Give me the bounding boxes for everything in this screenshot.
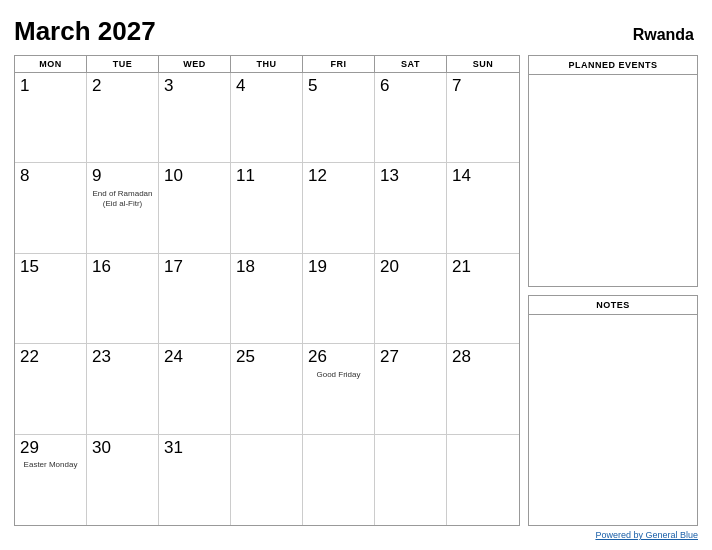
day-header-thu: THU (231, 56, 303, 72)
sidebar: PLANNED EVENTS NOTES (528, 55, 698, 526)
calendar-cell (375, 435, 447, 525)
calendar-cell: 6 (375, 73, 447, 163)
planned-events-content (529, 75, 697, 286)
calendar-cell: 16 (87, 254, 159, 344)
day-header-wed: WED (159, 56, 231, 72)
calendar-cell: 19 (303, 254, 375, 344)
calendar-cell: 29Easter Monday (15, 435, 87, 525)
calendar-cell: 24 (159, 344, 231, 434)
calendar-cell: 21 (447, 254, 519, 344)
cell-day-number: 12 (308, 166, 369, 186)
cell-day-number: 25 (236, 347, 297, 367)
cell-day-number: 16 (92, 257, 153, 277)
day-headers: MONTUEWEDTHUFRISATSUN (15, 56, 519, 73)
cell-day-number: 17 (164, 257, 225, 277)
calendar-cell: 4 (231, 73, 303, 163)
cell-day-number: 15 (20, 257, 81, 277)
calendar-cell: 26Good Friday (303, 344, 375, 434)
cell-day-number: 9 (92, 166, 153, 186)
cell-event: Good Friday (308, 370, 369, 380)
cell-day-number: 4 (236, 76, 297, 96)
header: March 2027 Rwanda (14, 16, 698, 47)
calendar-cell: 14 (447, 163, 519, 253)
cell-day-number: 13 (380, 166, 441, 186)
calendar-cell: 12 (303, 163, 375, 253)
page: March 2027 Rwanda MONTUEWEDTHUFRISATSUN … (0, 0, 712, 550)
cell-day-number: 8 (20, 166, 81, 186)
cell-day-number: 30 (92, 438, 153, 458)
month-title: March 2027 (14, 16, 156, 47)
calendar-cell: 11 (231, 163, 303, 253)
calendar-grid: 123456789End of Ramadan (Eid al-Fitr)101… (15, 73, 519, 525)
cell-day-number: 21 (452, 257, 514, 277)
calendar-cell: 27 (375, 344, 447, 434)
cell-day-number: 28 (452, 347, 514, 367)
cell-day-number: 20 (380, 257, 441, 277)
calendar-cell (231, 435, 303, 525)
day-header-fri: FRI (303, 56, 375, 72)
notes-content (529, 315, 697, 526)
calendar-cell: 2 (87, 73, 159, 163)
cell-day-number: 18 (236, 257, 297, 277)
calendar-cell: 13 (375, 163, 447, 253)
calendar-cell: 28 (447, 344, 519, 434)
calendar-cell: 22 (15, 344, 87, 434)
cell-day-number: 23 (92, 347, 153, 367)
calendar-cell: 31 (159, 435, 231, 525)
calendar: MONTUEWEDTHUFRISATSUN 123456789End of Ra… (14, 55, 520, 526)
cell-day-number: 14 (452, 166, 514, 186)
calendar-cell: 30 (87, 435, 159, 525)
day-header-tue: TUE (87, 56, 159, 72)
calendar-cell: 15 (15, 254, 87, 344)
calendar-cell: 23 (87, 344, 159, 434)
cell-day-number: 29 (20, 438, 81, 458)
cell-day-number: 2 (92, 76, 153, 96)
calendar-cell: 5 (303, 73, 375, 163)
cell-day-number: 1 (20, 76, 81, 96)
cell-day-number: 31 (164, 438, 225, 458)
cell-day-number: 22 (20, 347, 81, 367)
footer: Powered by General Blue (14, 530, 698, 540)
cell-event: Easter Monday (20, 460, 81, 470)
powered-by-link[interactable]: Powered by General Blue (595, 530, 698, 540)
calendar-cell: 25 (231, 344, 303, 434)
cell-event: End of Ramadan (Eid al-Fitr) (92, 189, 153, 210)
cell-day-number: 7 (452, 76, 514, 96)
cell-day-number: 26 (308, 347, 369, 367)
notes-box: NOTES (528, 295, 698, 527)
cell-day-number: 11 (236, 166, 297, 186)
calendar-cell: 20 (375, 254, 447, 344)
planned-events-box: PLANNED EVENTS (528, 55, 698, 287)
cell-day-number: 5 (308, 76, 369, 96)
day-header-mon: MON (15, 56, 87, 72)
country-title: Rwanda (633, 26, 694, 44)
main-area: MONTUEWEDTHUFRISATSUN 123456789End of Ra… (14, 55, 698, 526)
calendar-cell: 7 (447, 73, 519, 163)
calendar-cell (303, 435, 375, 525)
cell-day-number: 10 (164, 166, 225, 186)
cell-day-number: 6 (380, 76, 441, 96)
calendar-cell: 3 (159, 73, 231, 163)
cell-day-number: 27 (380, 347, 441, 367)
calendar-cell: 17 (159, 254, 231, 344)
calendar-cell: 18 (231, 254, 303, 344)
day-header-sat: SAT (375, 56, 447, 72)
cell-day-number: 19 (308, 257, 369, 277)
day-header-sun: SUN (447, 56, 519, 72)
cell-day-number: 3 (164, 76, 225, 96)
cell-day-number: 24 (164, 347, 225, 367)
notes-title: NOTES (529, 296, 697, 315)
calendar-cell: 1 (15, 73, 87, 163)
calendar-cell: 10 (159, 163, 231, 253)
planned-events-title: PLANNED EVENTS (529, 56, 697, 75)
calendar-cell: 8 (15, 163, 87, 253)
calendar-cell (447, 435, 519, 525)
calendar-cell: 9End of Ramadan (Eid al-Fitr) (87, 163, 159, 253)
